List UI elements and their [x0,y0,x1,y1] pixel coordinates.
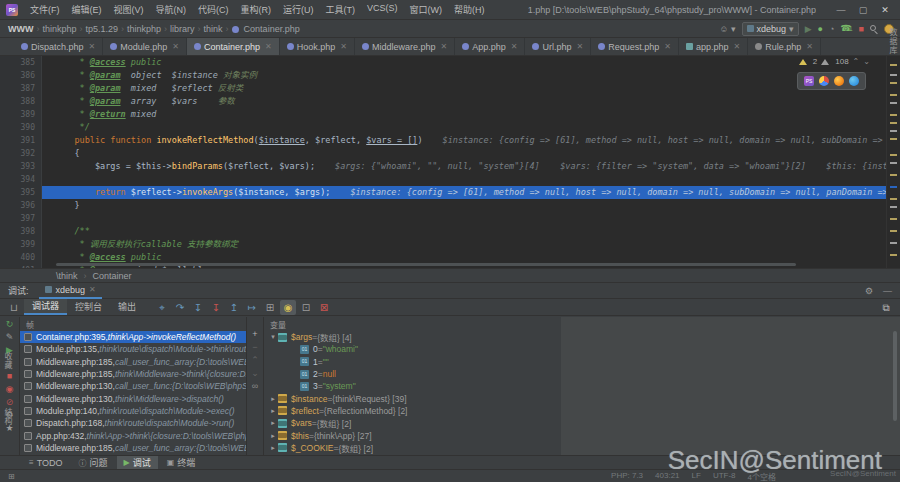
code-line[interactable]: 391 public function invokeReflectMethod(… [0,134,900,147]
toolwindow-button-问题[interactable]: ⓘ问题 [72,456,115,469]
code-line[interactable]: 393 $args = $this->bindParams($reflect, … [0,160,900,173]
code-line[interactable]: 397 [0,212,900,225]
tab-rule-php[interactable]: Rule.php✕ [748,38,821,55]
code-line[interactable]: 388 * @param array $vars 参数 [0,95,900,108]
line-number[interactable]: 392 [0,147,42,160]
breadcrumb-item[interactable]: Container.php [242,24,302,34]
close-icon[interactable]: ✕ [806,42,813,51]
code-line[interactable]: 385 * @access public [0,56,900,69]
close-icon[interactable]: ✕ [576,42,583,51]
stack-frame-row[interactable]: Middleware.php:130, call_user_func:{D:\t… [20,380,246,392]
debug-icon[interactable]: ● [818,22,823,36]
breakpoint-settings-icon[interactable]: ⊠ [316,300,332,315]
toolwindow-toggle-icon[interactable]: ⊞ [8,472,15,481]
breadcrumb-class[interactable]: Container [93,271,132,281]
view-breakpoints-button[interactable]: ◉ [6,384,14,395]
search-everywhere-icon[interactable] [870,25,878,33]
listen-debug-icon[interactable]: ☎1 [840,21,852,36]
variable-row[interactable]: ▸$instance = {think\Request} [39] [264,392,561,404]
close-icon[interactable]: ✕ [340,42,347,51]
stack-frame-row[interactable]: Middleware.php:185, call_user_func_array… [20,442,246,454]
next-error-icon[interactable]: ⌄ [863,57,870,66]
code-line[interactable]: 390 */ [0,121,900,134]
run-to-cursor-icon[interactable]: ↦ [244,300,260,315]
expand-arrow-icon[interactable]: ▸ [268,395,278,403]
expand-arrow-icon[interactable]: ▸ [268,419,278,427]
stack-frame-row[interactable]: Dispatch.php:168, think\route\dispatch\M… [20,417,246,429]
breadcrumb-item[interactable]: thinkphp [40,24,78,34]
line-number[interactable]: 393 [0,160,42,173]
close-icon[interactable]: ✕ [511,42,518,51]
tab-module-php[interactable]: Module.php✕ [103,38,187,55]
run-config-select[interactable]: xdebug ▾ [742,22,799,36]
edge-icon[interactable] [849,76,859,86]
tab-dispatch-php[interactable]: Dispatch.php✕ [14,38,103,55]
menu-item[interactable]: 工具(T) [320,3,362,16]
show-execution-point-icon[interactable]: ⌖ [154,300,170,315]
toolwindow-button-TODO[interactable]: ≡TODO [22,456,70,469]
toolwindow-button-调试[interactable]: ▶调试 [117,456,158,469]
step-out-icon[interactable]: ↥ [226,300,242,315]
line-number[interactable]: 389 [0,108,42,121]
breadcrumb-item[interactable]: think [202,24,225,34]
variable-row[interactable]: ▸$_COOKIE = {数组} [2] [264,442,561,454]
code-line[interactable]: 392 { [0,147,900,160]
expand-arrow-icon[interactable]: ▸ [268,432,278,440]
view-breakpoints-icon[interactable]: ⊞ [262,300,278,315]
edit-runconfig-button[interactable]: ✎ [6,332,14,343]
close-icon[interactable]: ✕ [172,42,179,51]
add-watch-button[interactable]: + [252,329,257,339]
gear-icon[interactable]: ⚙ [865,286,873,296]
expand-arrow-icon[interactable]: ▸ [268,444,278,452]
breadcrumb-item[interactable]: library [168,24,197,34]
stack-frame-row[interactable]: Module.php:140, think\route\dispatch\Mod… [20,405,246,417]
chrome-icon[interactable] [819,76,829,86]
layout-settings-icon[interactable]: ⧉ [878,300,894,315]
variable-row[interactable]: ▸$this = {think\App} [27] [264,429,561,441]
step-into-icon[interactable]: ↧ [190,300,206,315]
variable-row[interactable]: ▾$args = {数组} [4] [264,331,561,343]
line-number[interactable]: 394 [0,173,42,186]
line-number[interactable]: 388 [0,95,42,108]
line-number[interactable]: 396 [0,199,42,212]
menu-item[interactable]: 编辑(E) [66,3,108,16]
step-over-icon[interactable]: ↷ [172,300,188,315]
close-icon[interactable]: ✕ [733,42,740,51]
line-number[interactable]: 387 [0,82,42,95]
stop-button[interactable]: ■ [7,371,12,382]
mute-breakpoints-button[interactable]: ⊘ [6,397,14,408]
stack-frame-row[interactable]: Module.php:135, think\route\dispatch\Mod… [20,343,246,355]
line-number[interactable]: 390 [0,121,42,134]
variable-row[interactable]: ▸$reflect = {ReflectionMethod} [2] [264,405,561,417]
menu-item[interactable]: 重构(R) [235,3,278,16]
tab-middleware-php[interactable]: Middleware.php✕ [355,38,455,55]
menu-item[interactable]: 视图(V) [108,3,150,16]
variable-row[interactable]: 013 = "system" [264,380,561,392]
variable-row[interactable]: 010 = "whoami" [264,343,561,355]
debug-tab-控制台[interactable]: 控制台 [67,299,110,315]
tab-hook-php[interactable]: Hook.php✕ [280,38,355,55]
vertical-scrollbar[interactable] [893,331,897,421]
line-number[interactable]: 386 [0,69,42,82]
menu-item[interactable]: 文件(F) [24,3,66,16]
menu-item[interactable]: 运行(U) [277,3,320,16]
close-icon[interactable]: ✕ [265,42,272,51]
variable-row[interactable]: ▸$vars = {数组} [2] [264,417,561,429]
code-line[interactable]: 386 * @param object $instance 对象实例 [0,69,900,82]
line-number[interactable]: 391 [0,134,42,147]
error-stripe-scrollbar[interactable] [886,56,900,268]
firefox-icon[interactable] [834,76,844,86]
line-number[interactable]: 397 [0,212,42,225]
stripe-favorites[interactable]: 收藏 [2,352,13,370]
menu-item[interactable]: 帮助(H) [448,3,491,16]
move-up-button[interactable]: ⌃ [251,355,259,365]
code-line[interactable]: 399 * 调用反射执行callable 支持参数绑定 [0,238,900,251]
variable-row[interactable]: 012 = null [264,368,561,380]
line-number[interactable]: 395 [0,186,42,199]
mute-breakpoints-icon[interactable]: ◉ [280,300,296,315]
status-item[interactable]: PHP: 7.3 [611,471,643,482]
close-icon[interactable]: ✕ [664,42,671,51]
code-line[interactable]: 396 } [0,199,900,212]
inline-values-button[interactable]: ∞ [252,381,258,391]
stack-frame-row[interactable]: App.php:432, think\App->think\{closure:D… [20,429,246,441]
